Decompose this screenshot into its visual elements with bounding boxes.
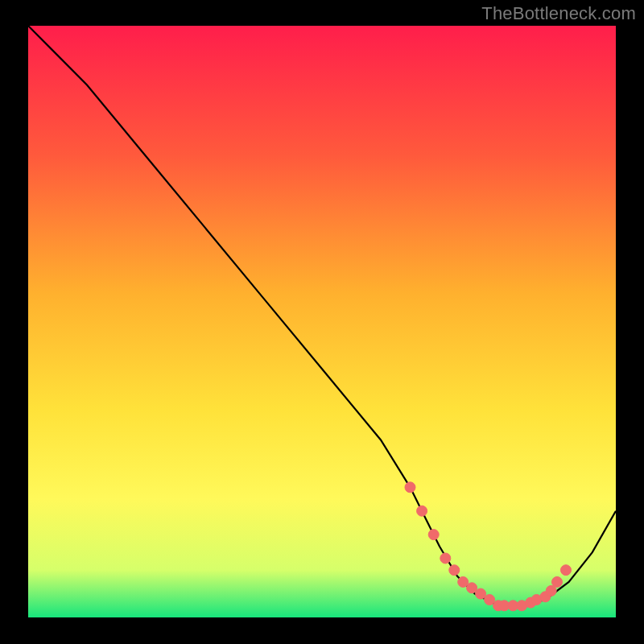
gradient-background <box>28 26 616 617</box>
chart-frame: TheBottleneck.com <box>0 0 644 644</box>
trough-dot <box>440 553 451 564</box>
trough-dot <box>417 506 427 516</box>
trough-dot <box>476 588 486 599</box>
trough-dot <box>561 565 572 576</box>
trough-dot <box>552 576 563 587</box>
trough-dot <box>546 585 556 596</box>
trough-dot <box>467 583 477 593</box>
watermark-text: TheBottleneck.com <box>481 3 636 24</box>
plot-area <box>28 26 616 617</box>
plot-svg <box>28 26 616 617</box>
trough-dot <box>405 482 415 493</box>
trough-dot <box>449 565 460 576</box>
trough-dot <box>428 530 439 540</box>
